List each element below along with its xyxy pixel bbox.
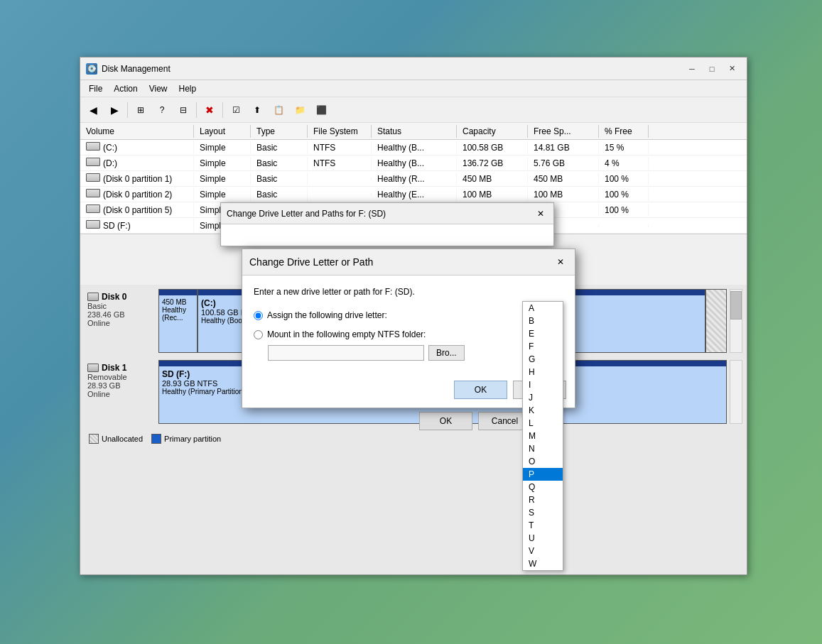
dropdown-item-P[interactable]: P xyxy=(523,468,563,481)
dropdown-item-Q[interactable]: Q xyxy=(523,481,563,493)
toolbar-forward[interactable]: ▶ xyxy=(104,100,124,120)
dialog-inner-titlebar: Change Drive Letter or Path ✕ xyxy=(242,249,575,275)
dropdown-item-J[interactable]: J xyxy=(523,391,563,404)
col-header-capacity: Capacity xyxy=(457,125,528,138)
dropdown-item-A[interactable]: A xyxy=(523,302,563,315)
disk1-status: Online xyxy=(87,390,153,398)
disk0-size: 238.46 GB xyxy=(87,310,153,319)
toolbar-btn8[interactable]: ⬛ xyxy=(311,100,331,120)
dropdown-item-B[interactable]: B xyxy=(523,315,563,327)
table-row[interactable]: (Disk 0 partition 1) Simple Basic Health… xyxy=(80,171,747,187)
menu-help[interactable]: Help xyxy=(173,82,202,95)
td-fs xyxy=(308,193,372,196)
dropdown-item-E[interactable]: E xyxy=(523,327,563,340)
td-pct: 15 % xyxy=(599,141,649,154)
radio-assign-label[interactable]: Assign the following drive letter: xyxy=(267,310,387,320)
table-row[interactable]: (C:) Simple Basic NTFS Healthy (B... 100… xyxy=(80,140,747,155)
radio-row-mount: Mount in the following empty NTFS folder… xyxy=(254,329,563,339)
disk1-label: Disk 1 Removable 28.93 GB Online xyxy=(85,360,156,401)
dropdown-item-W[interactable]: W xyxy=(523,557,563,570)
toolbar-btn4[interactable]: ☑ xyxy=(226,100,246,120)
partition-header xyxy=(159,290,197,295)
partition-size-label: 450 MB xyxy=(162,298,194,306)
dialog-ok-button[interactable]: OK xyxy=(454,381,507,399)
dropdown-item-U[interactable]: U xyxy=(523,532,563,545)
disk0-scrollbar[interactable] xyxy=(730,289,742,353)
td-volume: (Disk 0 partition 2) xyxy=(80,187,194,201)
td-status: Healthy (E... xyxy=(372,188,457,201)
dropdown-item-N[interactable]: N xyxy=(523,442,563,455)
disk1-scrollbar[interactable] xyxy=(730,360,742,424)
toolbar-delete[interactable]: ✖ xyxy=(200,100,220,120)
dropdown-item-K[interactable]: K xyxy=(523,404,563,417)
disk-icon-small xyxy=(86,204,100,213)
restore-button[interactable]: □ xyxy=(703,62,721,76)
td-volume: (Disk 0 partition 1) xyxy=(80,172,194,185)
dropdown-item-T[interactable]: T xyxy=(523,519,563,532)
dropdown-item-X[interactable]: X xyxy=(523,570,563,571)
toolbar-btn7[interactable]: 📁 xyxy=(290,100,310,120)
toolbar-btn5[interactable]: ⬆ xyxy=(247,100,267,120)
legend-unalloc-box xyxy=(89,434,99,444)
dropdown-item-F[interactable]: F xyxy=(523,340,563,353)
td-layout: Simple xyxy=(194,188,251,201)
menu-action[interactable]: Action xyxy=(108,82,143,95)
col-header-volume: Volume xyxy=(80,125,194,138)
disk0-name: Disk 0 xyxy=(102,292,126,302)
dropdown-item-M[interactable]: M xyxy=(523,430,563,442)
menu-view[interactable]: View xyxy=(144,82,173,95)
disk0-partition-recovery[interactable]: 450 MB Healthy (Rec... xyxy=(159,290,198,352)
col-header-status: Status xyxy=(372,125,457,138)
dropdown-item-G[interactable]: G xyxy=(523,353,563,366)
table-row[interactable]: (D:) Simple Basic NTFS Healthy (B... 136… xyxy=(80,155,747,171)
toolbar-sep1 xyxy=(127,102,128,118)
toolbar-btn6[interactable]: 📋 xyxy=(269,100,288,120)
td-type: Basic xyxy=(251,173,308,185)
dropdown-item-O[interactable]: O xyxy=(523,455,563,468)
col-header-pctfree: % Free xyxy=(599,125,649,138)
legend: Unallocated Primary partition xyxy=(85,431,742,447)
radio-row-letter: Assign the following drive letter: F ▾ xyxy=(254,307,563,324)
minimize-button[interactable]: ─ xyxy=(683,62,701,76)
title-bar-left: 💽 Disk Management xyxy=(86,63,171,75)
close-button[interactable]: ✕ xyxy=(723,62,741,76)
dropdown-item-S[interactable]: S xyxy=(523,506,563,519)
path-input[interactable] xyxy=(268,345,424,361)
path-row: Bro... xyxy=(254,345,563,361)
radio-mount-label[interactable]: Mount in the following empty NTFS folder… xyxy=(267,329,426,339)
td-pct: 100 % xyxy=(599,173,649,185)
outer-dialog-buttons: OK Cancel xyxy=(419,412,531,430)
td-status: Healthy (B... xyxy=(372,141,457,154)
toolbar-btn1[interactable]: ⊞ xyxy=(131,100,151,120)
dropdown-item-L[interactable]: L xyxy=(523,417,563,430)
toolbar-btn3[interactable]: ⊟ xyxy=(173,100,193,120)
radio-mount-folder[interactable] xyxy=(254,330,263,339)
toolbar-back[interactable]: ◀ xyxy=(83,100,103,120)
legend-primary-label: Primary partition xyxy=(164,435,221,443)
dialog-outer-close[interactable]: ✕ xyxy=(534,207,548,221)
td-pct: 100 % xyxy=(599,188,649,201)
app-icon: 💽 xyxy=(86,63,97,75)
dropdown-item-V[interactable]: V xyxy=(523,545,563,557)
toolbar-btn2[interactable]: ? xyxy=(152,100,172,120)
menu-bar: File Action View Help xyxy=(80,80,747,97)
dropdown-item-R[interactable]: R xyxy=(523,493,563,506)
dropdown-list[interactable]: ABEFGHIJKLMNOPQRSTUVWXYZ xyxy=(522,301,563,571)
dropdown-item-H[interactable]: H xyxy=(523,366,563,378)
outer-ok-button[interactable]: OK xyxy=(419,412,472,430)
td-volume: (C:) xyxy=(80,141,194,154)
menu-file[interactable]: File xyxy=(83,82,108,95)
col-header-type: Type xyxy=(251,125,308,138)
td-capacity: 450 MB xyxy=(457,173,528,185)
toolbar-sep2 xyxy=(196,102,197,118)
disk0-icon xyxy=(87,293,99,301)
radio-assign-letter[interactable] xyxy=(254,311,263,320)
td-type: Basic xyxy=(251,157,308,170)
td-layout: Simple xyxy=(194,141,251,154)
browse-button[interactable]: Bro... xyxy=(428,345,465,361)
window-title: Disk Management xyxy=(102,64,171,74)
disk-icon-small xyxy=(86,158,100,166)
table-row[interactable]: (Disk 0 partition 2) Simple Basic Health… xyxy=(80,187,747,202)
dropdown-item-I[interactable]: I xyxy=(523,378,563,391)
dialog-inner-close[interactable]: ✕ xyxy=(553,255,568,269)
